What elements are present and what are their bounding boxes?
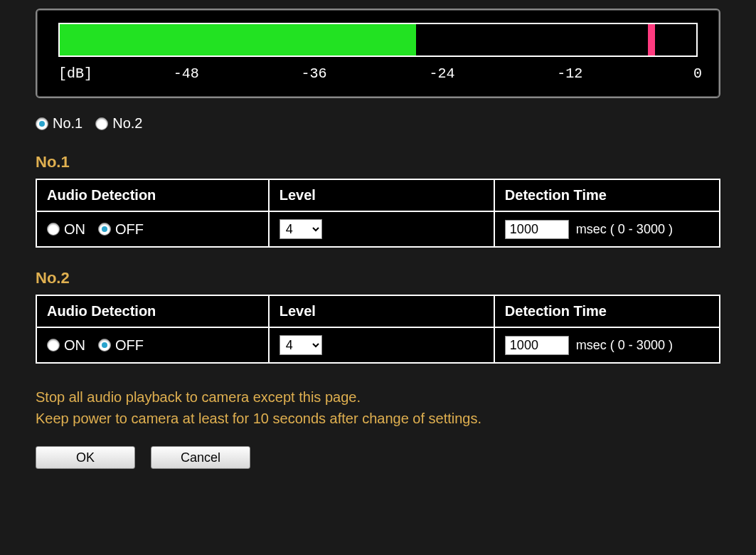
detection-time-hint: msec ( 0 - 3000 ) (576, 222, 673, 237)
level-select-no2[interactable]: 4 (279, 335, 322, 355)
settings-table-no1: Audio Detection Level Detection Time ON … (36, 179, 720, 248)
radio-icon (36, 117, 48, 130)
off-label: OFF (115, 337, 144, 354)
detection-time-input-no2[interactable] (505, 336, 569, 355)
col-header-detection-time: Detection Time (494, 179, 720, 211)
col-header-detection-time: Detection Time (494, 295, 720, 327)
profile-radio-label: No.2 (112, 115, 142, 132)
col-header-level: Level (269, 179, 494, 211)
ok-button[interactable]: OK (36, 446, 135, 469)
db-meter-threshold-marker (648, 24, 655, 56)
cancel-button[interactable]: Cancel (151, 446, 250, 469)
profile-selector: No.1 No.2 (36, 115, 720, 132)
note-line-2: Keep power to camera at least for 10 sec… (36, 408, 720, 429)
radio-icon (47, 339, 60, 352)
audio-detection-group-no1: ON OFF (47, 221, 258, 238)
db-tick--12: -12 (557, 65, 582, 82)
audio-detection-on-radio[interactable]: ON (47, 337, 85, 354)
audio-detection-off-radio[interactable]: OFF (98, 221, 144, 238)
db-tick--24: -24 (429, 65, 454, 82)
note-line-1: Stop all audio playback to camera except… (36, 386, 720, 408)
col-header-level: Level (269, 295, 494, 327)
settings-note: Stop all audio playback to camera except… (36, 386, 720, 429)
radio-icon (98, 339, 111, 352)
radio-icon (95, 117, 108, 130)
level-select-no1[interactable]: 4 (279, 219, 322, 239)
db-unit-label: [dB] (58, 65, 92, 82)
detection-time-hint: msec ( 0 - 3000 ) (576, 338, 673, 353)
col-header-audio-detection: Audio Detection (36, 295, 269, 327)
db-meter-fill (60, 24, 416, 56)
section-heading-no2: No.2 (36, 269, 720, 287)
db-tick--48: -48 (174, 65, 199, 82)
button-row: OK Cancel (36, 446, 720, 469)
on-label: ON (64, 337, 85, 354)
off-label: OFF (115, 221, 144, 238)
audio-detection-on-radio[interactable]: ON (47, 221, 85, 238)
on-label: ON (64, 221, 85, 238)
db-meter-track (58, 23, 698, 57)
profile-radio-no2[interactable]: No.2 (95, 115, 142, 132)
section-heading-no1: No.1 (36, 153, 720, 171)
settings-table-no2: Audio Detection Level Detection Time ON … (36, 295, 720, 364)
db-meter-scale: [dB] -48 -36 -24 -12 0 (58, 61, 698, 90)
radio-icon (47, 223, 60, 236)
db-tick--36: -36 (302, 65, 327, 82)
detection-time-input-no1[interactable] (505, 220, 569, 239)
audio-detection-off-radio[interactable]: OFF (98, 337, 144, 354)
profile-radio-label: No.1 (53, 115, 82, 132)
profile-radio-no1[interactable]: No.1 (36, 115, 82, 132)
audio-detection-group-no2: ON OFF (47, 337, 258, 354)
db-meter: [dB] -48 -36 -24 -12 0 (36, 9, 720, 98)
col-header-audio-detection: Audio Detection (36, 179, 269, 211)
radio-icon (98, 223, 111, 236)
db-tick-0: 0 (693, 65, 702, 82)
